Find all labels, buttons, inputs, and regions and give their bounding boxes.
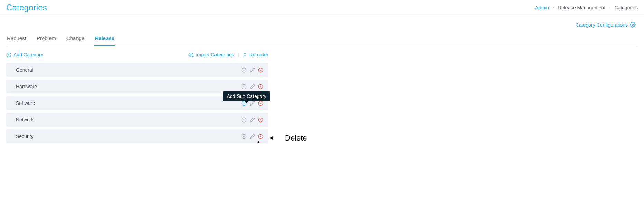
delete-icon[interactable] <box>257 83 264 90</box>
edit-icon[interactable] <box>249 83 255 90</box>
arrow-left-icon <box>270 135 282 142</box>
add-subcategory-icon[interactable] <box>241 133 247 139</box>
reorder-icon <box>242 52 247 57</box>
gear-icon <box>630 22 636 28</box>
breadcrumb-item: Release Management <box>558 5 605 10</box>
tabs: RequestProblemChangeRelease <box>6 33 638 46</box>
category-name: Security <box>16 134 34 139</box>
page-header: Categories AdminRelease ManagementCatego… <box>0 0 644 16</box>
category-row[interactable]: SoftwareAdd Sub Category <box>6 96 268 110</box>
content-area: Category Configurations RequestProblemCh… <box>0 16 644 143</box>
row-actions <box>241 83 264 90</box>
actions-row: Add Category Import Categories | Re-orde… <box>6 52 268 57</box>
category-list: GeneralHardwareSoftwareAdd Sub CategoryN… <box>6 63 268 143</box>
breadcrumb-item: Categories <box>614 5 638 10</box>
category-configurations-link[interactable]: Category Configurations <box>6 16 638 30</box>
reorder-button[interactable]: Re-order <box>242 52 268 57</box>
row-actions <box>241 67 264 73</box>
tab-release[interactable]: Release <box>94 33 115 46</box>
divider: | <box>238 52 239 57</box>
category-row[interactable]: Network <box>6 113 268 127</box>
category-name: General <box>16 67 33 73</box>
row-actions <box>241 133 264 139</box>
delete-annotation: Delete <box>270 134 307 143</box>
add-subcategory-icon[interactable] <box>241 117 247 123</box>
delete-icon[interactable] <box>257 117 264 123</box>
tab-request[interactable]: Request <box>6 33 27 46</box>
add-category-label: Add Category <box>13 52 43 57</box>
add-subcategory-tooltip: Add Sub Category <box>223 91 270 101</box>
import-categories-button[interactable]: Import Categories <box>188 52 234 57</box>
delete-annotation-label: Delete <box>285 134 307 143</box>
category-row[interactable]: General <box>6 63 268 77</box>
category-name: Network <box>16 117 34 123</box>
breadcrumb-item[interactable]: Admin <box>535 5 549 10</box>
row-actions <box>241 117 264 123</box>
chevron-right-icon <box>552 6 555 9</box>
category-row[interactable]: Security <box>6 129 268 143</box>
svg-point-0 <box>632 24 633 25</box>
edit-icon[interactable] <box>249 67 255 73</box>
delete-icon[interactable] <box>257 133 264 139</box>
breadcrumbs: AdminRelease ManagementCategories <box>535 5 638 10</box>
plus-circle-icon <box>188 52 194 57</box>
svg-marker-38 <box>270 136 273 140</box>
reorder-label: Re-order <box>249 52 268 57</box>
edit-icon[interactable] <box>249 117 255 123</box>
category-name: Software <box>16 100 35 106</box>
add-subcategory-icon[interactable] <box>241 83 247 90</box>
plus-circle-icon <box>6 52 11 57</box>
tab-change[interactable]: Change <box>66 33 85 46</box>
add-category-button[interactable]: Add Category <box>6 52 43 57</box>
category-name: Hardware <box>16 84 37 89</box>
delete-icon[interactable] <box>257 67 264 73</box>
tab-problem[interactable]: Problem <box>36 33 57 46</box>
chevron-right-icon <box>608 6 611 9</box>
page-title: Categories <box>6 3 47 12</box>
category-configurations-label: Category Configurations <box>576 22 628 28</box>
edit-icon[interactable] <box>249 133 255 139</box>
import-categories-label: Import Categories <box>196 52 234 57</box>
add-subcategory-icon[interactable] <box>241 67 247 73</box>
